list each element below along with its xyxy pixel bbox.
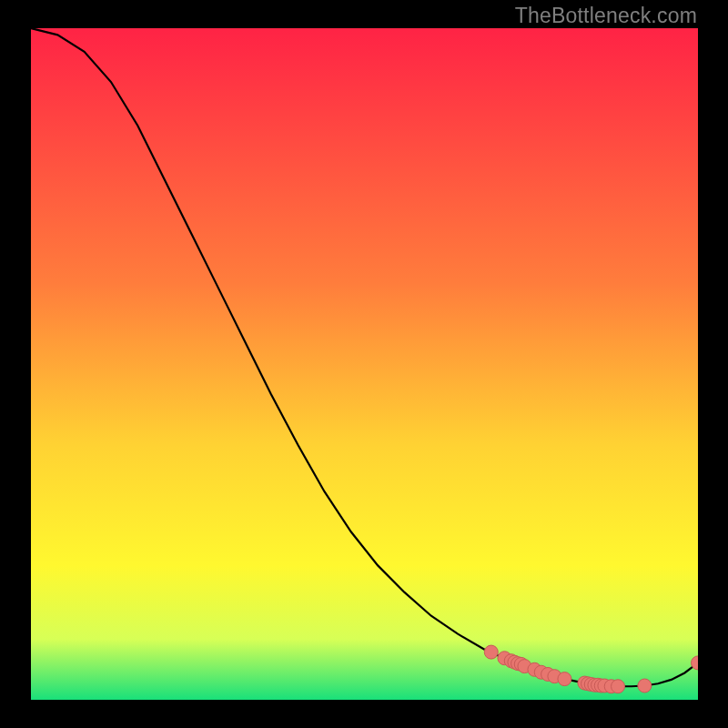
curve-line: [31, 28, 698, 686]
chart-overlay: [31, 28, 698, 700]
watermark-text: TheBottleneck.com: [515, 4, 697, 28]
markers-group: [484, 645, 698, 693]
chart-stage: TheBottleneck.com: [0, 0, 728, 728]
data-point-marker: [484, 645, 498, 659]
data-point-marker: [558, 672, 571, 686]
plot-area: [31, 28, 698, 700]
data-point-marker: [638, 679, 652, 693]
data-point-marker: [612, 680, 625, 693]
